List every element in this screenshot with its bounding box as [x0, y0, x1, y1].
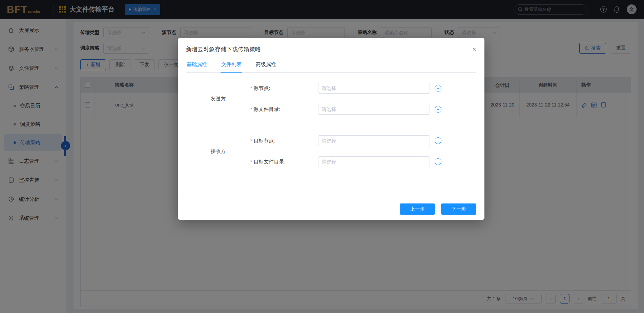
add-target-directory-icon[interactable]: +: [435, 158, 441, 165]
required-star-icon: *: [250, 85, 252, 91]
add-target-node-icon[interactable]: +: [435, 137, 441, 144]
modal-body: 发送方 *源节点: + *源文件目录: + 接收方 *目标节点:: [178, 73, 484, 198]
receiver-group-label: 接收方: [186, 148, 250, 155]
modal-source-node-input[interactable]: [318, 83, 430, 94]
target-node-label: *目标节点:: [250, 138, 318, 144]
source-directory-label: *源文件目录:: [250, 106, 318, 113]
modal-tabs: 基础属性 文件列表 高级属性: [186, 58, 476, 73]
required-star-icon: *: [250, 106, 252, 112]
sender-group-label: 发送方: [186, 96, 250, 102]
modal-footer: 上一步 下一步: [178, 198, 484, 220]
required-star-icon: *: [250, 159, 252, 164]
modal-target-node-input[interactable]: [318, 135, 430, 146]
tab-label: 高级属性: [256, 61, 276, 67]
modal-title: 新增云对象存储下载传输策略: [186, 45, 476, 53]
source-node-label: *源节点:: [250, 85, 318, 92]
next-step-button[interactable]: 下一步: [441, 203, 476, 215]
modal-target-directory-input[interactable]: [318, 156, 430, 167]
tab-advanced-properties[interactable]: 高级属性: [255, 58, 277, 72]
tab-file-list[interactable]: 文件列表: [221, 58, 242, 72]
target-directory-field-row: *目标文件目录: +: [250, 156, 476, 167]
target-node-field-row: *目标节点: +: [250, 135, 476, 146]
tab-label: 基础属性: [187, 61, 207, 67]
modal-header: 新增云对象存储下载传输策略 ×: [178, 38, 484, 57]
source-node-field-row: *源节点: +: [250, 83, 476, 94]
required-star-icon: *: [250, 138, 252, 143]
add-source-node-icon[interactable]: +: [435, 85, 441, 92]
add-transfer-policy-modal: 新增云对象存储下载传输策略 × 基础属性 文件列表 高级属性 发送方 *源节点:…: [178, 38, 484, 220]
receiver-group: 接收方 *目标节点: + *目标文件目录: +: [186, 125, 476, 177]
target-directory-label: *目标文件目录:: [250, 159, 318, 165]
previous-step-button[interactable]: 上一步: [400, 203, 435, 215]
add-source-directory-icon[interactable]: +: [435, 106, 441, 113]
source-directory-field-row: *源文件目录: +: [250, 104, 476, 115]
modal-source-directory-input[interactable]: [318, 104, 430, 115]
tab-basic-properties[interactable]: 基础属性: [186, 58, 208, 72]
sender-group: 发送方 *源节点: + *源文件目录: +: [186, 73, 476, 125]
modal-close-icon[interactable]: ×: [472, 45, 476, 53]
tab-label: 文件列表: [221, 61, 242, 67]
